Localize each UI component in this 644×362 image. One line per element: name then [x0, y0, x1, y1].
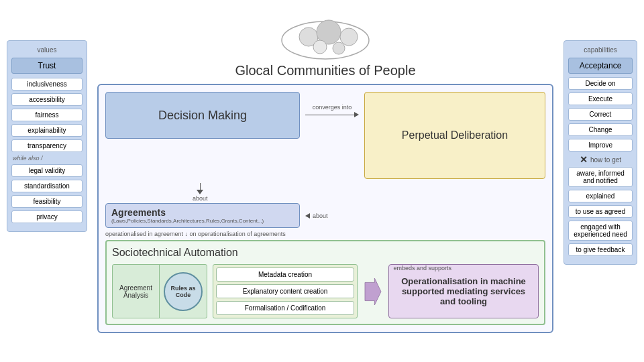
circles-illustration [278, 13, 372, 60]
value-item: transparency [11, 139, 83, 152]
about-label: about [193, 195, 208, 202]
cap-item: Execute [568, 93, 633, 105]
operationalisation-box: Operationalisation in machine supported … [388, 264, 539, 318]
right-arrow-svg [363, 278, 383, 305]
explanatory-item: Explanatory content creation [216, 284, 354, 298]
top-row: Decision Making converges into Perpetual… [105, 92, 545, 179]
agreement-analysis: Agreement Analysis [113, 265, 160, 318]
perpetual-box: Perpetual Deliberation [364, 92, 545, 179]
about-left-arrow: about [305, 213, 328, 219]
metadata-item: Metadata creation [216, 267, 354, 282]
rules-circle-container: Rules as Code [160, 265, 207, 318]
agreements-title: Agreements [111, 207, 294, 218]
converges-arrow: converges into [305, 92, 359, 117]
svg-point-4 [313, 40, 327, 54]
perpetual-label: Perpetual Deliberation [402, 129, 508, 141]
left-socio: Agreement Analysis Rules as Code [112, 264, 207, 318]
sociotech-row: Sociotechnical Automation Agreement Anal… [105, 240, 545, 325]
cap-item: Change [568, 123, 633, 136]
big-arrow [363, 264, 383, 318]
value-item: privacy [11, 210, 83, 223]
value-item: accessibility [11, 93, 83, 106]
glocal-title: Glocal Communities of People [97, 63, 553, 78]
main-area: Glocal Communities of People Decision Ma… [97, 13, 553, 349]
embeds-label: embeds and supports [393, 265, 451, 272]
agreements-row: Agreements (Laws,Policies,Standards,Arch… [105, 203, 545, 228]
left-arrow-icon [305, 213, 310, 219]
x-icon: ✕ [580, 154, 588, 165]
cap-item: Correct [568, 108, 633, 121]
how-to-get-label: how to get [590, 156, 621, 164]
about-label2: about [313, 213, 328, 219]
decision-making-label: Decision Making [158, 109, 247, 123]
converges-label: converges into [305, 104, 359, 111]
value-item: explainability [11, 124, 83, 137]
middle-socio: Metadata creation Explanatory content cr… [213, 264, 358, 318]
op-label: operationalised in agreement ↓ on operat… [105, 231, 545, 237]
op-label-text: operationalised in agreement ↓ on operat… [105, 231, 286, 237]
cap-item: explained [568, 190, 633, 202]
about-down-container: about [193, 183, 545, 202]
decision-making-box: Decision Making [105, 92, 300, 139]
capabilities-label: capabilities [568, 46, 633, 54]
rules-as-code: Rules as Code [164, 272, 203, 311]
glocal-section: Glocal Communities of People [97, 13, 553, 78]
cap-item: Decide on [568, 77, 633, 90]
svg-marker-6 [365, 278, 381, 305]
converges-arrow-line [305, 112, 359, 117]
svg-point-3 [340, 28, 358, 46]
down-arrow-icon [197, 190, 203, 194]
value-item: feasibility [11, 195, 83, 208]
operationalisation-label: Operationalisation in machine supported … [394, 276, 533, 306]
right-sidebar: capabilities Acceptance Decide on Execut… [564, 40, 637, 265]
svg-point-5 [333, 42, 345, 54]
about-down: about [193, 183, 208, 202]
acceptance-box: Acceptance [568, 58, 633, 74]
left-sidebar: values Trust inclusiveness accessibility… [7, 40, 87, 232]
value-item: standardisation [11, 180, 83, 192]
agreements-subtitle: (Laws,Policies,Standards,Architectures,R… [111, 218, 294, 224]
cap-item: to use as agreed [568, 205, 633, 218]
content-box: Decision Making converges into Perpetual… [97, 84, 553, 333]
formalisation-item: Formalisation / Codification [216, 301, 354, 315]
agreements-box: Agreements (Laws,Policies,Standards,Arch… [105, 203, 300, 228]
value-item: legal validity [11, 164, 83, 177]
x-divider: ✕ how to get [568, 154, 633, 165]
sociotech-title: Sociotechnical Automation [112, 247, 539, 259]
value-item: inclusiveness [11, 78, 83, 90]
cap-item: aware, informed and notified [568, 167, 633, 187]
value-item: fairness [11, 109, 83, 121]
trust-box: Trust [11, 58, 83, 74]
cap-item: Improve [568, 139, 633, 152]
cap-item: engaged with experienced need [568, 221, 633, 241]
sociotech-inner: Agreement Analysis Rules as Code Metadat… [112, 264, 539, 318]
values-label: values [11, 46, 83, 54]
sociotech-box: Sociotechnical Automation Agreement Anal… [105, 240, 545, 325]
divider-label: while also / [13, 155, 83, 162]
cap-item: to give feedback [568, 243, 633, 256]
